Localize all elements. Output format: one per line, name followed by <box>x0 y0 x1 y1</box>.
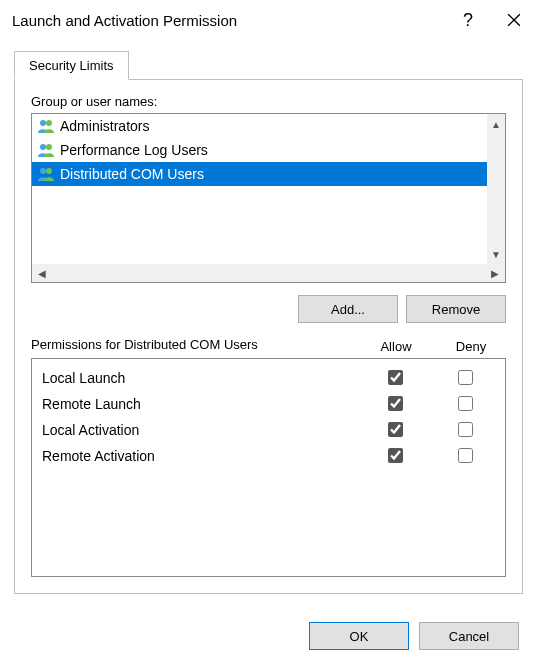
permissions-for-label: Permissions for Distributed COM Users <box>31 337 356 354</box>
allow-checkbox[interactable] <box>388 370 403 385</box>
remove-button[interactable]: Remove <box>406 295 506 323</box>
permission-name: Remote Launch <box>42 396 355 412</box>
group-list[interactable]: AdministratorsPerformance Log UsersDistr… <box>31 113 506 283</box>
close-button[interactable] <box>491 0 537 40</box>
permission-row: Local Launch <box>32 365 505 391</box>
svg-point-2 <box>40 144 46 150</box>
svg-point-1 <box>46 120 52 126</box>
help-button[interactable]: ? <box>445 0 491 40</box>
list-item[interactable]: Distributed COM Users <box>32 162 487 186</box>
close-icon <box>507 13 521 27</box>
users-icon <box>36 164 56 184</box>
cancel-button[interactable]: Cancel <box>419 622 519 650</box>
svg-point-3 <box>46 144 52 150</box>
permission-name: Local Launch <box>42 370 355 386</box>
permission-row: Remote Launch <box>32 391 505 417</box>
permissions-header: Permissions for Distributed COM Users Al… <box>31 337 506 354</box>
users-icon <box>36 164 56 184</box>
list-item-label: Administrators <box>60 118 149 134</box>
permission-name: Local Activation <box>42 422 355 438</box>
permission-name: Remote Activation <box>42 448 355 464</box>
list-item-label: Performance Log Users <box>60 142 208 158</box>
deny-checkbox[interactable] <box>458 396 473 411</box>
svg-point-4 <box>40 168 46 174</box>
tab-panel: Group or user names: AdministratorsPerfo… <box>14 79 523 594</box>
group-or-user-names-label: Group or user names: <box>31 94 506 109</box>
add-button[interactable]: Add... <box>298 295 398 323</box>
users-icon <box>36 140 56 160</box>
svg-point-5 <box>46 168 52 174</box>
list-item[interactable]: Administrators <box>32 114 487 138</box>
window-title: Launch and Activation Permission <box>12 12 445 29</box>
list-vertical-scrollbar[interactable]: ▲ ▼ <box>487 114 505 264</box>
allow-column-header: Allow <box>356 339 436 354</box>
svg-point-0 <box>40 120 46 126</box>
dialog-footer: OK Cancel <box>0 608 537 668</box>
ok-button[interactable]: OK <box>309 622 409 650</box>
list-item-label: Distributed COM Users <box>60 166 204 182</box>
allow-checkbox[interactable] <box>388 396 403 411</box>
scroll-up-arrow-icon[interactable]: ▲ <box>487 114 505 134</box>
allow-checkbox[interactable] <box>388 422 403 437</box>
group-buttons-row: Add... Remove <box>31 295 506 323</box>
scroll-down-arrow-icon[interactable]: ▼ <box>487 244 505 264</box>
deny-checkbox[interactable] <box>458 370 473 385</box>
list-item[interactable]: Performance Log Users <box>32 138 487 162</box>
scroll-right-arrow-icon[interactable]: ▶ <box>485 264 505 282</box>
list-horizontal-scrollbar[interactable]: ◀ ▶ <box>32 264 505 282</box>
users-icon <box>36 116 56 136</box>
tab-security-limits[interactable]: Security Limits <box>14 51 129 80</box>
scroll-left-arrow-icon[interactable]: ◀ <box>32 264 52 282</box>
client-area: Security Limits Group or user names: Adm… <box>0 40 537 608</box>
title-bar: Launch and Activation Permission ? <box>0 0 537 40</box>
permissions-table: Local LaunchRemote LaunchLocal Activatio… <box>31 358 506 577</box>
tab-strip: Security Limits <box>14 50 523 79</box>
deny-column-header: Deny <box>436 339 506 354</box>
permission-row: Local Activation <box>32 417 505 443</box>
deny-checkbox[interactable] <box>458 448 473 463</box>
users-icon <box>36 140 56 160</box>
users-icon <box>36 116 56 136</box>
permission-row: Remote Activation <box>32 443 505 469</box>
allow-checkbox[interactable] <box>388 448 403 463</box>
deny-checkbox[interactable] <box>458 422 473 437</box>
dialog-window: Launch and Activation Permission ? Secur… <box>0 0 537 668</box>
